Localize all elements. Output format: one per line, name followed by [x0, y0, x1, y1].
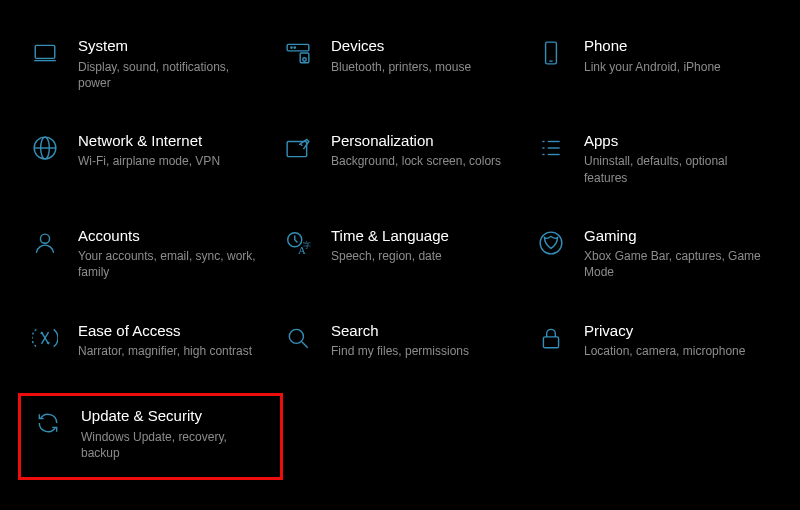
- tile-privacy[interactable]: Privacy Location, camera, microphone: [536, 315, 789, 366]
- tile-personalization[interactable]: Personalization Background, lock screen,…: [283, 125, 536, 192]
- tile-title: Update & Security: [81, 406, 260, 426]
- settings-grid: System Display, sound, notifications, po…: [30, 30, 800, 480]
- privacy-icon: [536, 323, 566, 353]
- tile-title: System: [78, 36, 265, 56]
- tile-desc: Location, camera, microphone: [584, 343, 771, 359]
- tile-ease-of-access[interactable]: Ease of Access Narrator, magnifier, high…: [30, 315, 283, 366]
- network-icon: [30, 133, 60, 163]
- tile-time-language[interactable]: A字 Time & Language Speech, region, date: [283, 220, 536, 287]
- svg-rect-0: [35, 45, 55, 58]
- personalization-icon: [283, 133, 313, 163]
- tile-accounts[interactable]: Accounts Your accounts, email, sync, wor…: [30, 220, 283, 287]
- tile-title: Gaming: [584, 226, 771, 246]
- gaming-icon: [536, 228, 566, 258]
- tile-desc: Your accounts, email, sync, work, family: [78, 248, 265, 280]
- accounts-icon: [30, 228, 60, 258]
- update-security-icon: [33, 408, 63, 438]
- tile-update-security[interactable]: Update & Security Windows Update, recove…: [18, 393, 283, 480]
- phone-icon: [536, 38, 566, 68]
- tile-title: Time & Language: [331, 226, 518, 246]
- tile-title: Privacy: [584, 321, 771, 341]
- tile-search[interactable]: Search Find my files, permissions: [283, 315, 536, 366]
- tile-title: Phone: [584, 36, 771, 56]
- tile-desc: Wi-Fi, airplane mode, VPN: [78, 153, 265, 169]
- tile-title: Ease of Access: [78, 321, 265, 341]
- tile-title: Devices: [331, 36, 518, 56]
- tile-desc: Speech, region, date: [331, 248, 518, 264]
- tile-desc: Find my files, permissions: [331, 343, 518, 359]
- devices-icon: [283, 38, 313, 68]
- svg-rect-24: [543, 337, 558, 348]
- tile-desc: Display, sound, notifications, power: [78, 59, 265, 91]
- svg-line-23: [302, 341, 308, 347]
- tile-network[interactable]: Network & Internet Wi-Fi, airplane mode,…: [30, 125, 283, 192]
- tile-desc: Bluetooth, printers, mouse: [331, 59, 518, 75]
- svg-point-5: [303, 58, 306, 61]
- time-language-icon: A字: [283, 228, 313, 258]
- tile-apps[interactable]: Apps Uninstall, defaults, optional featu…: [536, 125, 789, 192]
- svg-point-21: [540, 232, 562, 254]
- svg-point-2: [291, 47, 292, 48]
- tile-desc: Uninstall, defaults, optional features: [584, 153, 771, 185]
- ease-of-access-icon: [30, 323, 60, 353]
- tile-desc: Xbox Game Bar, captures, Game Mode: [584, 248, 771, 280]
- tile-title: Accounts: [78, 226, 265, 246]
- tile-title: Personalization: [331, 131, 518, 151]
- tile-desc: Background, lock screen, colors: [331, 153, 518, 169]
- tile-gaming[interactable]: Gaming Xbox Game Bar, captures, Game Mod…: [536, 220, 789, 287]
- tile-system[interactable]: System Display, sound, notifications, po…: [30, 30, 283, 97]
- search-icon: [283, 323, 313, 353]
- tile-title: Apps: [584, 131, 771, 151]
- system-icon: [30, 38, 60, 68]
- tile-title: Network & Internet: [78, 131, 265, 151]
- tile-title: Search: [331, 321, 518, 341]
- tile-desc: Narrator, magnifier, high contrast: [78, 343, 265, 359]
- svg-point-17: [40, 234, 49, 243]
- tile-desc: Link your Android, iPhone: [584, 59, 771, 75]
- svg-text:字: 字: [303, 241, 311, 250]
- svg-point-22: [289, 329, 303, 343]
- tile-phone[interactable]: Phone Link your Android, iPhone: [536, 30, 789, 97]
- tile-devices[interactable]: Devices Bluetooth, printers, mouse: [283, 30, 536, 97]
- svg-point-3: [294, 47, 295, 48]
- apps-icon: [536, 133, 566, 163]
- tile-desc: Windows Update, recovery, backup: [81, 429, 260, 461]
